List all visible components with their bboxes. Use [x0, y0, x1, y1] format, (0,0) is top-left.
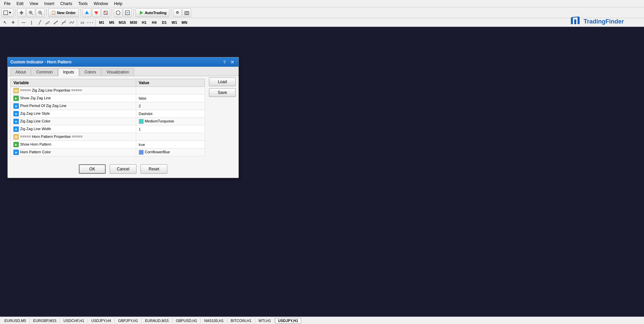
status-sep [60, 318, 60, 323]
menu-view[interactable]: View [27, 1, 41, 7]
svg-marker-12 [94, 11, 98, 15]
menu-file[interactable]: File [1, 1, 13, 7]
icon-blue: ■ [13, 103, 19, 109]
status-item[interactable]: GBPJPY,H1 [115, 318, 141, 323]
tf-mn[interactable]: MN [180, 19, 189, 26]
svg-point-30 [57, 21, 58, 22]
vline-btn[interactable]: | [28, 19, 35, 26]
menu-edit[interactable]: Edit [14, 1, 26, 7]
tab-about[interactable]: About [10, 68, 31, 76]
crosshair-btn[interactable] [17, 8, 26, 17]
new-order-btn[interactable]: 📋 New Order [48, 8, 79, 17]
modal-title: Custom Indicator - Horn Pattern [10, 60, 221, 64]
line-btn[interactable]: ╱ [36, 19, 43, 26]
table-row[interactable]: ■Zig Zag Line StyleDashdot [11, 110, 205, 118]
status-item[interactable]: EURUSD,M5 [1, 318, 29, 323]
tf-h1[interactable]: H1 [140, 19, 149, 26]
value-text: true [139, 143, 145, 147]
load-btn[interactable]: Load [209, 77, 236, 86]
icon-ab: ab [13, 134, 19, 140]
modal-help-btn[interactable]: ? [221, 59, 228, 65]
status-item[interactable]: USDJPY,H4 [88, 318, 114, 323]
table-row[interactable]: ■Zig Zag Line ColorMediumTurquoise [11, 118, 205, 125]
zoom-in-btn[interactable] [26, 8, 35, 17]
modal-close-btn[interactable]: ✕ [229, 59, 236, 65]
cell-value [136, 133, 205, 141]
status-item[interactable]: USDCHF,H1 [60, 318, 87, 323]
tab-visualization[interactable]: Visualization [101, 68, 134, 76]
tab-colors[interactable]: Colors [79, 68, 101, 76]
settings-btn[interactable]: ⚙ [173, 8, 182, 17]
ok-btn[interactable]: OK [79, 164, 106, 174]
menu-charts[interactable]: Charts [58, 1, 75, 7]
tf-m1[interactable]: M1 [97, 19, 106, 26]
crosshair-draw-btn[interactable]: ✛ [9, 19, 17, 26]
tester-btn[interactable] [123, 8, 132, 17]
rect-btn[interactable]: ▭ [78, 19, 86, 26]
elliot-btn[interactable] [68, 19, 75, 26]
menu-help[interactable]: Help [111, 1, 125, 7]
status-item[interactable]: EURGBP,M15 [30, 318, 60, 323]
variable-text: ===== Horn Pattern Propertise ===== [20, 134, 83, 139]
buy-btn[interactable] [83, 8, 91, 17]
table-row[interactable]: ■Zig Zag Line Width1 [11, 125, 205, 133]
status-item[interactable]: EURAUD,M15 [142, 318, 172, 323]
menu-window[interactable]: Window [91, 1, 111, 7]
tab-inputs[interactable]: Inputs [58, 68, 79, 76]
status-item[interactable]: NAS100,H1 [201, 318, 227, 323]
status-sep [255, 318, 255, 323]
close-btn[interactable] [101, 8, 110, 17]
status-sep [227, 318, 227, 323]
inputs-table: Variable Value ab===== Zig Zag Line Prop… [10, 79, 205, 156]
value-text: 1 [139, 127, 141, 131]
tf-w1[interactable]: W1 [170, 19, 179, 26]
sep1 [15, 9, 15, 17]
new-chart-btn[interactable]: ▼ [1, 8, 13, 17]
menu-tools[interactable]: Tools [75, 1, 90, 7]
sep5 [133, 9, 134, 17]
channel-btn[interactable] [44, 19, 51, 26]
status-sep [141, 318, 142, 323]
tf-m5[interactable]: M5 [107, 19, 116, 26]
indicators-btn[interactable] [114, 8, 122, 17]
tf-m15[interactable]: M15 [117, 19, 127, 26]
sell-btn[interactable] [92, 8, 101, 17]
screenshot-btn[interactable] [182, 8, 191, 17]
autotrading-btn[interactable]: AutoTrading [136, 8, 170, 17]
tab-common[interactable]: Common [31, 68, 58, 76]
table-row[interactable]: ab===== Zig Zag Line Propertise ===== [11, 87, 205, 95]
status-item[interactable]: USDJPY,H1 [275, 318, 301, 323]
cursor-btn[interactable]: ↖ [1, 19, 9, 26]
menu-insert[interactable]: Insert [42, 1, 57, 7]
status-item[interactable]: WTI,H1 [256, 318, 274, 323]
hline-btn[interactable]: — [20, 19, 27, 26]
tf-h4[interactable]: H4 [150, 19, 159, 26]
table-row[interactable]: ab===== Horn Pattern Propertise ===== [11, 133, 205, 141]
cancel-btn[interactable]: Cancel [110, 164, 137, 174]
dash-btn[interactable]: - - - [87, 19, 94, 26]
reset-btn[interactable]: Reset [141, 164, 167, 174]
tf-m30[interactable]: M30 [128, 19, 139, 26]
tf-d1[interactable]: D1 [160, 19, 169, 26]
draw-sep1 [18, 19, 18, 25]
save-btn[interactable]: Save [209, 88, 236, 97]
svg-rect-21 [571, 17, 573, 24]
color-swatch [139, 150, 144, 155]
tf-logo-text: TradingFinder [584, 18, 624, 25]
menu-bar: File Edit View Insert Charts Tools Windo… [0, 0, 644, 7]
zoom-out-btn[interactable] [36, 8, 45, 17]
svg-rect-22 [574, 19, 576, 24]
status-item[interactable]: BITCOIN,H1 [228, 318, 255, 323]
fib-btn[interactable] [60, 19, 67, 26]
table-row[interactable]: ▶Show Zig Zag Linefalse [11, 95, 205, 102]
table-row[interactable]: ■Pivot Period Of Zig Zag Line2 [11, 102, 205, 110]
regression-btn[interactable] [52, 19, 59, 26]
table-row[interactable]: ■Horn Pattern ColorCornflowerBlue [11, 149, 205, 156]
modal-titlebar[interactable]: Custom Indicator - Horn Pattern ? ✕ [8, 57, 238, 67]
table-row[interactable]: ▶Show Horn Patterntrue [11, 141, 205, 149]
sep6 [171, 9, 171, 17]
cell-value: 1 [136, 125, 205, 133]
status-items-container: EURUSD,M5EURGBP,M15USDCHF,H1USDJPY,H4GBP… [1, 318, 301, 323]
cell-variable: ▶Show Horn Pattern [11, 141, 136, 149]
status-item[interactable]: GBPUSD,H1 [173, 318, 200, 323]
